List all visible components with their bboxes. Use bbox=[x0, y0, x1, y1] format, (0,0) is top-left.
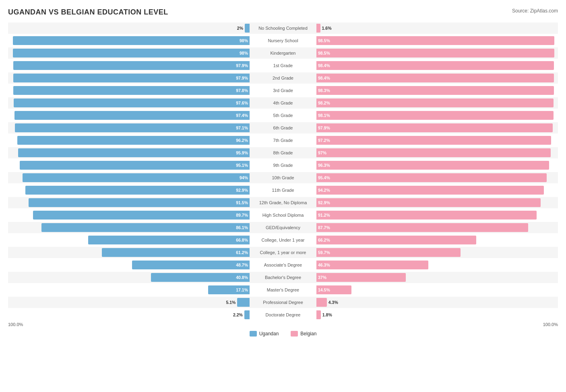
ugandan-value: 48.7% bbox=[236, 263, 248, 267]
ugandan-bar bbox=[18, 148, 250, 157]
belgian-value: 98.3% bbox=[318, 88, 330, 93]
center-label-wrap: 10th Grade bbox=[250, 175, 316, 180]
ugandan-bar bbox=[15, 123, 250, 132]
center-label-wrap: Associate's Degree bbox=[250, 263, 316, 267]
ugandan-bar bbox=[13, 86, 250, 95]
chart-header: UGANDAN VS BELGIAN EDUCATION LEVEL Sourc… bbox=[8, 8, 558, 16]
belgian-bar bbox=[316, 310, 321, 319]
ugandan-bar bbox=[102, 248, 250, 257]
belgian-value: 1.6% bbox=[322, 26, 332, 31]
footer-row: 100.0% 100.0% bbox=[8, 322, 558, 327]
belgian-color-swatch bbox=[291, 331, 298, 337]
belgian-value: 94.2% bbox=[318, 188, 330, 193]
center-label-wrap: 12th Grade, No Diploma bbox=[250, 200, 316, 205]
belgian-value: 37% bbox=[318, 275, 326, 280]
bar-row: 17.1%Master's Degree14.5% bbox=[8, 284, 558, 296]
ugandan-bar bbox=[33, 211, 250, 220]
belgian-bar bbox=[316, 173, 547, 182]
ugandan-bar bbox=[245, 24, 250, 33]
ugandan-color-swatch bbox=[250, 331, 257, 337]
belgian-bar bbox=[316, 298, 327, 307]
ugandan-label: Ugandan bbox=[259, 331, 279, 337]
belgian-value: 97.2% bbox=[318, 138, 330, 143]
ugandan-value: 61.2% bbox=[236, 250, 248, 255]
ugandan-value: 86.1% bbox=[236, 225, 248, 230]
ugandan-bar bbox=[244, 310, 250, 319]
bar-row: 5.1%Professional Degree4.3% bbox=[8, 297, 558, 308]
footer-right: 100.0% bbox=[543, 322, 558, 327]
belgian-value: 95.4% bbox=[318, 175, 330, 180]
chart-source: Source: ZipAtlas.com bbox=[512, 8, 558, 14]
belgian-bar bbox=[316, 123, 553, 132]
center-label-wrap: 11th Grade bbox=[250, 188, 316, 193]
belgian-bar bbox=[316, 236, 476, 244]
belgian-value: 98.4% bbox=[318, 76, 330, 80]
bar-row: 95.1%9th Grade96.3% bbox=[8, 160, 558, 171]
ugandan-bar bbox=[13, 49, 250, 57]
bar-row: 40.8%Bachelor's Degree37% bbox=[8, 272, 558, 283]
belgian-bar bbox=[316, 273, 406, 282]
belgian-label: Belgian bbox=[300, 331, 316, 337]
ugandan-value: 97.1% bbox=[236, 125, 248, 130]
ugandan-value: 95.9% bbox=[236, 150, 248, 155]
bar-row: 97.8%3rd Grade98.3% bbox=[8, 85, 558, 96]
ugandan-bar bbox=[29, 198, 250, 207]
ugandan-value: 40.8% bbox=[236, 275, 248, 280]
bar-row: 96.2%7th Grade97.2% bbox=[8, 135, 558, 146]
ugandan-bar bbox=[151, 273, 250, 282]
ugandan-value: 98% bbox=[240, 51, 248, 55]
bar-row: 86.1%GED/Equivalency87.7% bbox=[8, 222, 558, 233]
belgian-bar bbox=[316, 248, 461, 257]
bar-row: 97.9%1st Grade98.4% bbox=[8, 60, 558, 71]
center-label-wrap: 7th Grade bbox=[250, 138, 316, 143]
belgian-value: 14.5% bbox=[318, 287, 330, 292]
chart-container: UGANDAN VS BELGIAN EDUCATION LEVEL Sourc… bbox=[8, 8, 558, 337]
legend-belgian: Belgian bbox=[291, 331, 316, 337]
belgian-value: 96.3% bbox=[318, 163, 330, 168]
bar-row: 66.8%College, Under 1 year66.2% bbox=[8, 234, 558, 246]
ugandan-bar bbox=[13, 74, 250, 82]
ugandan-bar bbox=[17, 136, 250, 145]
chart-title: UGANDAN VS BELGIAN EDUCATION LEVEL bbox=[8, 8, 168, 16]
bar-row: 61.2%College, 1 year or more59.7% bbox=[8, 247, 558, 258]
ugandan-value: 92.9% bbox=[236, 188, 248, 193]
ugandan-value: 97.8% bbox=[236, 88, 248, 93]
bar-row: 94%10th Grade95.4% bbox=[8, 172, 558, 183]
ugandan-value: 97.9% bbox=[236, 63, 248, 68]
belgian-value: 98.2% bbox=[318, 101, 330, 105]
belgian-bar bbox=[316, 99, 554, 107]
bar-row: 48.7%Associate's Degree46.3% bbox=[8, 259, 558, 271]
center-label-wrap: High School Diploma bbox=[250, 213, 316, 218]
legend-ugandan: Ugandan bbox=[250, 331, 279, 337]
ugandan-bar bbox=[14, 111, 250, 120]
belgian-value: 87.7% bbox=[318, 225, 330, 230]
ugandan-bar bbox=[132, 261, 250, 269]
center-label-wrap: 4th Grade bbox=[250, 101, 316, 105]
bar-row: 97.4%5th Grade98.1% bbox=[8, 110, 558, 121]
belgian-value: 98.5% bbox=[318, 38, 330, 43]
bar-row: 97.1%6th Grade97.9% bbox=[8, 122, 558, 133]
center-label-wrap: 5th Grade bbox=[250, 113, 316, 118]
center-label-wrap: Master's Degree bbox=[250, 287, 316, 292]
center-label-wrap: Bachelor's Degree bbox=[250, 275, 316, 280]
belgian-bar bbox=[316, 86, 554, 95]
belgian-value: 59.7% bbox=[318, 250, 330, 255]
belgian-bar bbox=[316, 74, 554, 82]
belgian-value: 91.2% bbox=[318, 213, 330, 218]
legend: Ugandan Belgian bbox=[8, 331, 558, 337]
bar-row: 92.9%11th Grade94.2% bbox=[8, 185, 558, 196]
belgian-value: 97% bbox=[318, 150, 326, 155]
ugandan-value: 97.4% bbox=[236, 113, 248, 118]
ugandan-value: 17.1% bbox=[236, 287, 248, 292]
belgian-value: 4.3% bbox=[328, 300, 338, 305]
footer-left: 100.0% bbox=[8, 322, 23, 327]
center-label-wrap: 6th Grade bbox=[250, 125, 316, 130]
belgian-bar bbox=[316, 49, 554, 57]
center-label-wrap: 9th Grade bbox=[250, 163, 316, 168]
belgian-bar bbox=[316, 24, 320, 33]
center-label-wrap: Kindergarten bbox=[250, 51, 316, 55]
center-label-wrap: College, 1 year or more bbox=[250, 250, 316, 255]
ugandan-value: 89.7% bbox=[236, 213, 248, 218]
ugandan-value: 97.9% bbox=[236, 76, 248, 80]
ugandan-value: 95.1% bbox=[236, 163, 248, 168]
